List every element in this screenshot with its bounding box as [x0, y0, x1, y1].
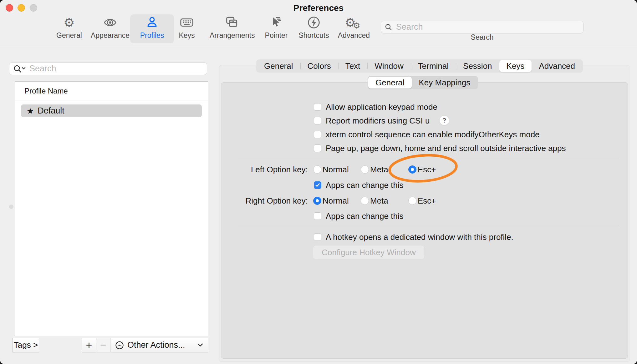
- radio-right-meta[interactable]: [361, 197, 369, 205]
- checkbox-left-apps-change[interactable]: [314, 181, 321, 189]
- radio-left-meta[interactable]: [361, 165, 369, 174]
- radio-label: Meta: [370, 196, 388, 206]
- toolbar-item-label: Pointer: [254, 31, 298, 40]
- tab-colors[interactable]: Colors: [300, 60, 338, 72]
- tab-text[interactable]: Text: [338, 60, 368, 72]
- add-profile-button[interactable]: +: [82, 338, 96, 352]
- help-button[interactable]: ?: [440, 116, 449, 125]
- toolbar-item-keys[interactable]: Keys: [165, 14, 209, 43]
- profile-list-header: Profile Name: [15, 82, 208, 100]
- toolbar-item-pointer[interactable]: Pointer: [254, 14, 298, 43]
- profile-name: Default: [38, 106, 64, 116]
- profile-search-field[interactable]: [9, 62, 207, 75]
- checkbox-label: Report modifiers using CSI u: [326, 116, 430, 126]
- radio-left-normal[interactable]: [313, 165, 321, 174]
- configure-hotkey-window-button[interactable]: Configure Hotkey Window: [313, 245, 425, 260]
- window-title: Preferences: [0, 3, 637, 13]
- section-divider: [238, 158, 619, 158]
- person-icon: [145, 16, 159, 29]
- minimize-button[interactable]: [18, 4, 25, 12]
- right-option-key-label: Right Option key:: [214, 196, 308, 206]
- toolbar-search-field[interactable]: [381, 21, 583, 33]
- subtab-general[interactable]: General: [368, 77, 412, 88]
- scoped-search-icon: [13, 64, 26, 73]
- toolbar-item-shortcuts[interactable]: Shortcuts: [292, 14, 336, 43]
- checkbox-csi-u[interactable]: [314, 117, 321, 124]
- close-button[interactable]: [6, 4, 13, 12]
- toolbar-item-label: General: [47, 31, 91, 40]
- profile-row-default[interactable]: ★ Default: [21, 104, 202, 117]
- toolbar-divider: [0, 47, 637, 47]
- radio-dot: [316, 199, 319, 202]
- pane-resize-dot[interactable]: [9, 205, 13, 209]
- toolbar-item-label: Shortcuts: [292, 31, 336, 40]
- toolbar-item-appearance[interactable]: Appearance: [88, 14, 132, 43]
- toolbar-search-input[interactable]: [395, 22, 571, 32]
- radio-label: Normal: [323, 164, 349, 174]
- radio-dot: [411, 168, 414, 171]
- check-icon: [315, 183, 320, 187]
- eye-icon: [103, 16, 117, 29]
- profile-section-tabs: General Colors Text Window Terminal Sess…: [256, 59, 583, 73]
- tab-window[interactable]: Window: [367, 60, 410, 72]
- checkbox-label: Allow application keypad mode: [326, 102, 437, 112]
- keys-subtabs: General Key Mappings: [368, 76, 478, 89]
- search-icon: [385, 23, 392, 31]
- radio-label: Meta: [370, 164, 388, 174]
- ellipsis-circle-icon: [115, 341, 124, 350]
- tab-terminal[interactable]: Terminal: [411, 60, 456, 72]
- radio-left-esc[interactable]: [408, 165, 416, 174]
- left-option-key-label: Left Option key:: [214, 164, 308, 174]
- section-divider: [238, 226, 619, 226]
- cursor-icon: [269, 15, 283, 30]
- toolbar-item-label: Appearance: [88, 31, 132, 40]
- toolbar-item-arrangements[interactable]: Arrangements: [210, 14, 253, 43]
- checkbox-label: Apps can change this: [326, 180, 404, 190]
- radio-label: Esc+: [418, 164, 436, 174]
- toolbar-item-label: Advanced: [332, 31, 376, 40]
- zoom-button[interactable]: [30, 4, 37, 12]
- windows-icon: [224, 15, 239, 30]
- preferences-window: Preferences ⚙ General Appearance Profile…: [0, 0, 637, 364]
- tab-advanced[interactable]: Advanced: [532, 60, 582, 72]
- checkbox-modify-other-keys[interactable]: [314, 131, 321, 138]
- toolbar-item-general[interactable]: ⚙ General: [47, 14, 91, 43]
- radio-right-esc[interactable]: [408, 197, 416, 205]
- toolbar-item-label: Keys: [165, 31, 209, 40]
- profile-search-input[interactable]: [29, 63, 198, 74]
- radio-label: Normal: [323, 196, 349, 206]
- checkbox-label: A hotkey opens a dedicated window with t…: [326, 232, 513, 242]
- checkbox-page-scroll[interactable]: [314, 144, 321, 152]
- star-icon: ★: [27, 106, 34, 116]
- tab-session[interactable]: Session: [456, 60, 499, 72]
- toolbar-item-label: Arrangements: [210, 31, 253, 40]
- keyboard-icon: [180, 15, 194, 30]
- tab-keys[interactable]: Keys: [499, 60, 532, 72]
- radio-label: Esc+: [418, 196, 436, 206]
- gear-icon: ⚙: [64, 16, 75, 29]
- toolbar-search-label: Search: [451, 33, 513, 42]
- toolbar-item-advanced[interactable]: ⚙⚙ Advanced: [332, 14, 376, 43]
- checkbox-application-keypad[interactable]: [314, 103, 321, 111]
- tab-general[interactable]: General: [257, 60, 300, 72]
- subtab-key-mappings[interactable]: Key Mappings: [412, 77, 478, 88]
- chevron-down-icon: [197, 343, 203, 347]
- remove-profile-button[interactable]: −: [96, 338, 110, 352]
- checkbox-label: Page up, page down, home and end scroll …: [326, 143, 566, 153]
- radio-right-normal[interactable]: [313, 197, 321, 205]
- lightning-icon: [307, 15, 321, 30]
- profile-list: Profile Name ★ Default: [15, 81, 208, 336]
- checkbox-label: Apps can change this: [326, 211, 404, 221]
- checkbox-hotkey-window[interactable]: [314, 233, 321, 241]
- other-actions-dropdown[interactable]: Other Actions...: [110, 338, 208, 352]
- tags-button[interactable]: Tags >: [13, 338, 39, 352]
- checkbox-right-apps-change[interactable]: [314, 212, 321, 220]
- checkbox-label: xterm control sequence can enable modify…: [326, 129, 540, 139]
- other-actions-label: Other Actions...: [127, 340, 197, 350]
- small-gear-icon: ⚙: [353, 19, 360, 32]
